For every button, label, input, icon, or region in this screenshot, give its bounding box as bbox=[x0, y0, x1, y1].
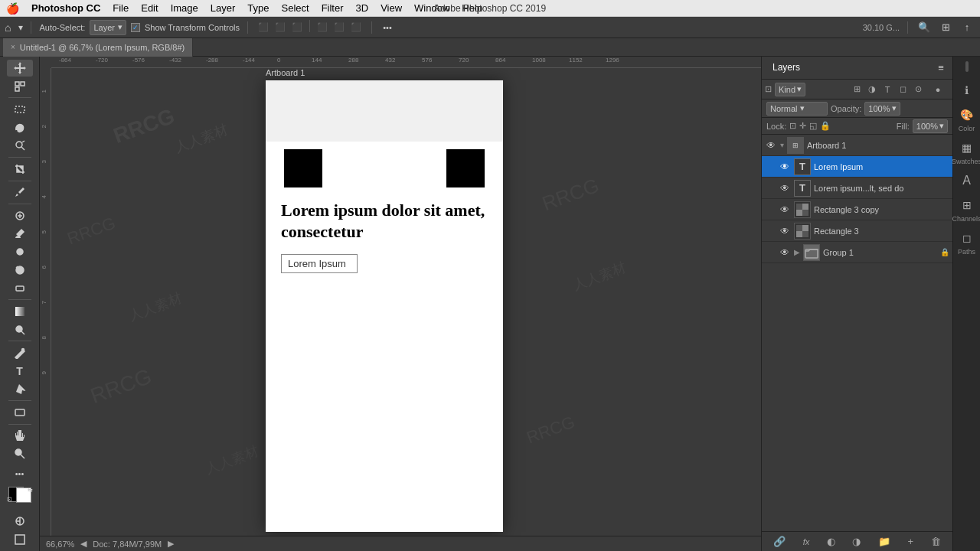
marquee-tool[interactable] bbox=[7, 101, 33, 118]
hand-tool[interactable] bbox=[7, 427, 33, 444]
filter-pixel-icon[interactable]: ⊞ bbox=[850, 83, 864, 96]
filter-type-icon[interactable]: T bbox=[880, 83, 894, 96]
eye-group1[interactable]: 👁 bbox=[779, 247, 791, 258]
reset-colors-icon[interactable]: ⊡ bbox=[7, 496, 12, 503]
sidebar-item-color[interactable]: 🎨 Color bbox=[958, 106, 976, 132]
menu-image[interactable]: Image bbox=[171, 2, 198, 14]
crop-tool[interactable] bbox=[7, 161, 33, 178]
panel-collapse-handle[interactable] bbox=[965, 61, 969, 72]
menu-file[interactable]: File bbox=[113, 2, 129, 14]
layer-item-group1[interactable]: 👁 ▶ Group 1 🔒 bbox=[762, 242, 952, 263]
layer-item-rect3[interactable]: 👁 Rectangle 3 bbox=[762, 220, 952, 242]
link-layers-icon[interactable]: 🔗 bbox=[773, 536, 786, 547]
align-middle-center[interactable]: ⬛ bbox=[332, 20, 347, 35]
align-top-center[interactable]: ⬛ bbox=[273, 20, 288, 35]
path-select-tool[interactable] bbox=[7, 381, 33, 398]
eye-rect3copy[interactable]: 👁 bbox=[779, 204, 791, 215]
lock-position-icon[interactable]: ✛ bbox=[799, 121, 806, 131]
sidebar-item-channels[interactable]: ⊞ Channels bbox=[952, 196, 980, 223]
sidebar-item-swatches[interactable]: ▦ Swatches bbox=[952, 139, 980, 165]
new-layer-icon[interactable]: + bbox=[908, 536, 914, 547]
panel-menu-icon[interactable]: ≡ bbox=[933, 60, 949, 77]
eye-artboard1[interactable]: 👁 bbox=[765, 140, 777, 151]
filter-dropdown[interactable]: Kind ▾ bbox=[775, 83, 805, 96]
fill-input[interactable]: 100% ▾ bbox=[913, 119, 948, 133]
lock-all-icon[interactable]: 🔒 bbox=[820, 121, 831, 131]
expand-artboard1[interactable]: ▾ bbox=[780, 141, 784, 149]
opacity-input[interactable]: 100% ▾ bbox=[864, 102, 900, 116]
auto-select-dropdown[interactable]: Layer ▾ bbox=[90, 20, 126, 35]
quick-select-tool[interactable] bbox=[7, 138, 33, 155]
transform-checkbox[interactable]: ✓ bbox=[131, 23, 140, 32]
rectangle-tool[interactable] bbox=[7, 404, 33, 421]
layer-item-rect3copy[interactable]: 👁 Rectangle 3 copy bbox=[762, 199, 952, 220]
search-icon[interactable]: 🔍 bbox=[916, 19, 933, 36]
filter-adjust-icon[interactable]: ◑ bbox=[865, 83, 879, 96]
filter-smart-icon[interactable]: ⊙ bbox=[911, 83, 925, 96]
history-tool[interactable] bbox=[7, 262, 33, 279]
eye-lorem-ipsum-long[interactable]: 👁 bbox=[779, 183, 791, 194]
screen-mode-toggle[interactable] bbox=[7, 531, 33, 548]
lasso-tool[interactable] bbox=[7, 119, 33, 136]
status-arrow-left[interactable]: ◀ bbox=[80, 539, 87, 549]
lock-artboard-icon[interactable]: ◱ bbox=[809, 121, 817, 131]
adjustments-icon[interactable]: ◑ bbox=[852, 536, 861, 547]
move-tool[interactable] bbox=[7, 60, 33, 77]
dodge-tool[interactable] bbox=[7, 321, 33, 338]
clone-tool[interactable] bbox=[7, 243, 33, 260]
menu-select[interactable]: Select bbox=[281, 2, 309, 14]
more-tools-btn[interactable]: ••• bbox=[7, 465, 33, 482]
document-tab[interactable]: × Untitled-1 @ 66,7% (Lorem Ipsum, RGB/8… bbox=[3, 38, 193, 57]
brush-tool[interactable] bbox=[7, 225, 33, 242]
filter-toggle[interactable]: ● bbox=[926, 83, 949, 96]
tab-close-icon[interactable]: × bbox=[11, 43, 15, 51]
layer-item-lorem-ipsum[interactable]: 👁 T Lorem Ipsum bbox=[762, 156, 952, 178]
status-arrow-right[interactable]: ▶ bbox=[168, 539, 174, 549]
blend-mode-dropdown[interactable]: Normal ▾ bbox=[766, 102, 828, 116]
align-top-left[interactable]: ⬛ bbox=[256, 20, 271, 35]
more-options-icon[interactable]: ••• bbox=[380, 20, 395, 35]
spot-heal-tool[interactable] bbox=[7, 207, 33, 224]
sidebar-item-info[interactable]: ℹ bbox=[958, 81, 976, 99]
workspaces-icon[interactable]: ⊞ bbox=[937, 19, 954, 36]
align-middle-right[interactable]: ⬛ bbox=[348, 20, 364, 35]
expand-group1[interactable]: ▶ bbox=[794, 248, 800, 256]
apple-menu[interactable]: 🍎 bbox=[6, 2, 19, 15]
menu-edit[interactable]: Edit bbox=[141, 2, 158, 14]
tab-layers[interactable]: Layers bbox=[765, 59, 808, 77]
eyedropper-tool[interactable] bbox=[7, 184, 33, 201]
filter-shape-icon[interactable]: ◻ bbox=[896, 83, 910, 96]
menu-type[interactable]: Type bbox=[247, 2, 269, 14]
artboard-text-box[interactable]: Lorem Ipsum bbox=[281, 254, 358, 273]
canvas-scroll-area[interactable]: RRCG 人人素材 RRCG 人人素材 RRCG 人人素材 RRCG RRCG … bbox=[51, 68, 761, 551]
eye-lorem-ipsum[interactable]: 👁 bbox=[779, 161, 791, 172]
layer-item-artboard1[interactable]: 👁 ▾ ⊞ Artboard 1 bbox=[762, 135, 952, 156]
lock-pixels-icon[interactable]: ⊡ bbox=[789, 121, 796, 131]
menu-filter[interactable]: Filter bbox=[322, 2, 344, 14]
quick-mask-toggle[interactable] bbox=[7, 513, 33, 530]
fx-icon[interactable]: fx bbox=[803, 537, 810, 546]
layer-item-lorem-ipsum-long[interactable]: 👁 T Lorem ipsum...lt, sed do bbox=[762, 178, 952, 199]
gradient-tool[interactable] bbox=[7, 303, 33, 320]
menu-layer[interactable]: Layer bbox=[211, 2, 236, 14]
menu-3d[interactable]: 3D bbox=[356, 2, 369, 14]
align-top-right[interactable]: ⬛ bbox=[289, 20, 305, 35]
sidebar-item-glyphs[interactable]: A bbox=[958, 171, 976, 190]
zoom-tool[interactable] bbox=[7, 445, 33, 462]
swap-colors-icon[interactable]: ⇆ bbox=[28, 487, 33, 494]
align-middle-left[interactable]: ⬛ bbox=[315, 20, 330, 35]
app-name[interactable]: Photoshop CC bbox=[31, 2, 100, 14]
home-icon[interactable]: ⌂ bbox=[5, 21, 11, 34]
delete-layer-icon[interactable]: 🗑 bbox=[931, 536, 941, 547]
text-tool[interactable]: T bbox=[7, 363, 33, 380]
folder-icon[interactable]: 📁 bbox=[878, 536, 890, 547]
share-icon[interactable]: ↑ bbox=[959, 19, 975, 36]
sidebar-item-paths[interactable]: ◻ Paths bbox=[958, 229, 976, 256]
add-mask-icon[interactable]: ◐ bbox=[827, 536, 835, 547]
artboard-tool[interactable] bbox=[7, 78, 33, 95]
eye-rect3[interactable]: 👁 bbox=[779, 226, 791, 236]
pen-tool[interactable] bbox=[7, 344, 33, 361]
menu-view[interactable]: View bbox=[381, 2, 402, 14]
eraser-tool[interactable] bbox=[7, 280, 33, 297]
artboard-canvas[interactable]: Lorem ipsum dolor sit amet, consectetur … bbox=[266, 80, 503, 532]
